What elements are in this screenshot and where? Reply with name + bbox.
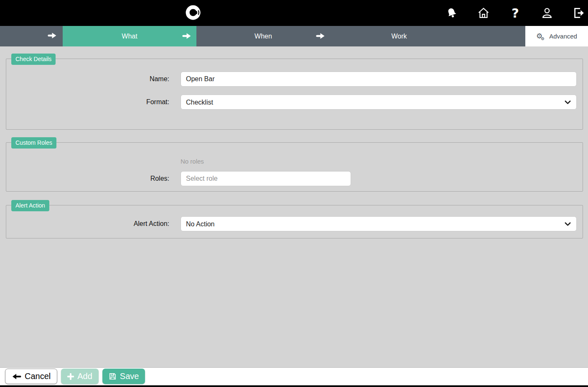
- cancel-label: Cancel: [25, 372, 51, 381]
- save-label: Save: [120, 372, 139, 381]
- footer-bar: Cancel Add Save: [0, 367, 588, 387]
- save-floppy-icon: [109, 372, 117, 380]
- roles-label: Roles:: [6, 171, 181, 186]
- form-content: Check Details Name: Format: Checklist: [0, 46, 588, 367]
- plus-icon: [67, 373, 74, 380]
- top-bar: ?: [0, 0, 588, 26]
- step-label-what: What: [122, 33, 137, 40]
- stepper-filler: [468, 26, 525, 46]
- advanced-label: Advanced: [549, 33, 577, 40]
- cogs-icon: ⚙⚙: [536, 33, 546, 40]
- question-mark-glyph: ?: [512, 7, 519, 20]
- user-account-icon[interactable]: [540, 6, 554, 20]
- name-input[interactable]: [181, 72, 577, 87]
- alert-action-select[interactable]: No Action: [181, 217, 576, 231]
- section-custom-roles: Custom Roles No roles Roles:: [6, 142, 583, 192]
- arrow-right-icon: [316, 33, 325, 41]
- section-check-details: Check Details Name: Format: Checklist: [6, 59, 583, 130]
- alert-action-row: Alert Action: No Action: [6, 216, 583, 231]
- help-icon[interactable]: ?: [509, 6, 522, 20]
- cancel-button[interactable]: Cancel: [5, 369, 57, 384]
- name-row: Name:: [6, 72, 583, 87]
- roles-row: Roles:: [6, 171, 583, 186]
- save-button[interactable]: Save: [102, 369, 145, 384]
- format-select-wrap: Checklist: [181, 95, 577, 110]
- alert-action-label: Alert Action:: [6, 216, 181, 231]
- stepper-leading-segment: [0, 26, 63, 46]
- name-label: Name:: [6, 72, 181, 87]
- add-button[interactable]: Add: [61, 369, 99, 384]
- check-details-legend: Check Details: [11, 54, 56, 65]
- brand-logo-icon[interactable]: [184, 3, 204, 22]
- tab-what[interactable]: What: [63, 26, 196, 46]
- app-window: ? What: [0, 0, 588, 46]
- logout-icon[interactable]: [572, 6, 585, 20]
- window-bottom-edge: [0, 385, 588, 387]
- tab-when[interactable]: When: [196, 26, 330, 46]
- arrow-right-icon: [182, 33, 191, 41]
- step-label-when: When: [255, 33, 272, 40]
- roles-status-text: No roles: [181, 158, 583, 165]
- section-alert-action: Alert Action Alert Action: No Action: [6, 205, 583, 238]
- custom-roles-legend: Custom Roles: [11, 137, 56, 149]
- roles-select-input[interactable]: [181, 171, 351, 186]
- topbar-icon-group: ?: [445, 6, 588, 20]
- format-label: Format:: [6, 95, 181, 110]
- tab-work[interactable]: Work: [330, 26, 468, 46]
- alert-action-select-wrap: No Action: [181, 216, 577, 231]
- arrow-left-icon: [12, 373, 21, 380]
- step-label-work: Work: [391, 33, 407, 40]
- format-select[interactable]: Checklist: [181, 95, 576, 109]
- home-icon[interactable]: [477, 6, 490, 20]
- arrow-right-icon: [48, 32, 57, 41]
- add-label: Add: [77, 372, 92, 381]
- alert-action-legend: Alert Action: [11, 200, 49, 211]
- wizard-stepper: What When Work ⚙⚙ Advanced: [0, 26, 588, 46]
- notifications-bell-icon[interactable]: [445, 6, 458, 20]
- advanced-button[interactable]: ⚙⚙ Advanced: [525, 26, 588, 46]
- format-row: Format: Checklist: [6, 95, 583, 110]
